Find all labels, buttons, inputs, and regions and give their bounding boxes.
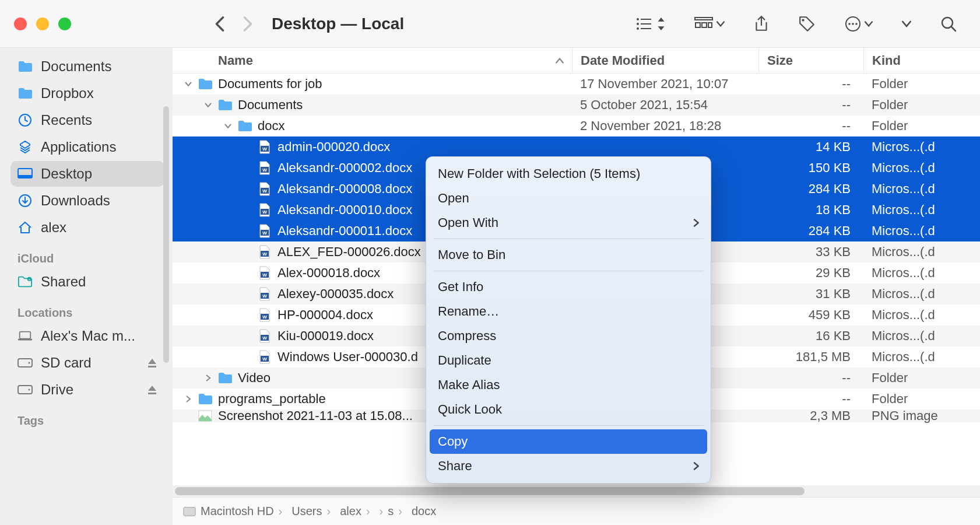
sidebar-scrollbar[interactable] [163, 54, 169, 519]
sidebar-item-label: Drive [41, 382, 73, 398]
context-menu-item-open-with[interactable]: Open With [426, 211, 711, 235]
file-kind: Micros...(.d [863, 160, 980, 176]
disclosure-right-icon[interactable] [204, 374, 212, 382]
disclosure-down-icon[interactable] [204, 102, 212, 108]
file-size: -- [758, 97, 863, 113]
path-segment[interactable]: Macintosh HD [201, 505, 274, 518]
sidebar-item-shared[interactable]: +Shared [10, 269, 164, 295]
svg-rect-1 [641, 19, 651, 20]
path-segment[interactable]: docx [412, 505, 436, 518]
file-size: 31 KB [758, 286, 863, 302]
sidebar-item-desktop[interactable]: Desktop [10, 161, 164, 187]
file-size: 14 KB [758, 139, 863, 155]
context-menu-item-compress[interactable]: Compress [426, 324, 711, 348]
context-menu-item-rename-[interactable]: Rename… [426, 299, 711, 324]
column-headers: Name Date Modified Size Kind [173, 48, 980, 74]
context-menu-label: Copy [438, 434, 468, 449]
eject-icon[interactable] [147, 358, 157, 368]
file-row[interactable]: docx2 November 2021, 18:28--Folder [173, 116, 980, 136]
file-kind: Micros...(.d [863, 181, 980, 197]
path-separator-icon: › [380, 505, 384, 518]
search-button[interactable] [940, 16, 957, 32]
context-menu-item-new-folder-with-selection-5-items-[interactable]: New Folder with Selection (5 Items) [426, 162, 711, 186]
svg-point-2 [637, 23, 639, 25]
svg-rect-5 [641, 28, 651, 29]
clock-icon [17, 113, 33, 127]
disclosure-down-icon[interactable] [184, 81, 192, 87]
sidebar-header-locations: Locations [10, 296, 164, 323]
svg-text:W: W [262, 188, 267, 194]
eject-icon[interactable] [147, 384, 157, 395]
svg-rect-9 [708, 23, 712, 27]
sidebar-item-label: Applications [41, 139, 116, 155]
file-size: 18 KB [758, 202, 863, 218]
column-kind[interactable]: Kind [863, 48, 980, 73]
sidebar-item-dropbox[interactable]: Dropbox [10, 80, 164, 106]
sidebar-item-label: Dropbox [41, 85, 94, 102]
sidebar-item-sd-card[interactable]: SD card [10, 350, 164, 376]
context-menu-item-open[interactable]: Open [426, 186, 711, 211]
path-separator-icon: › [398, 505, 402, 518]
path-bar: Macintosh HD›Users›alex››s›docx [173, 497, 980, 525]
file-date: 5 October 2021, 15:54 [572, 97, 758, 113]
context-menu-label: Rename… [438, 304, 499, 319]
context-menu-label: Make Alias [438, 377, 500, 393]
sidebar-item-documents[interactable]: Documents [10, 54, 164, 79]
back-button[interactable] [213, 18, 226, 30]
file-name: docx [258, 118, 284, 134]
context-menu-label: New Folder with Selection (5 Items) [438, 166, 640, 181]
column-date[interactable]: Date Modified [572, 48, 758, 73]
share-button[interactable] [754, 15, 769, 33]
sidebar-item-recents[interactable]: Recents [10, 107, 164, 133]
column-name[interactable]: Name [173, 53, 572, 68]
disclosure-right-icon[interactable] [184, 396, 192, 402]
sidebar-item-alex-s-mac-m-[interactable]: Alex's Mac m... [10, 323, 164, 349]
path-segment[interactable]: Users [291, 505, 322, 518]
minimize-icon[interactable] [36, 18, 49, 30]
path-segment[interactable]: alex [340, 505, 361, 518]
horizontal-scrollbar[interactable] [173, 485, 980, 497]
context-menu-item-share[interactable]: Share [426, 454, 711, 478]
group-by-button[interactable] [694, 17, 725, 31]
file-row[interactable]: Documents for job17 November 2021, 10:07… [173, 74, 980, 94]
view-list-button[interactable] [636, 17, 665, 31]
sidebar-item-drive[interactable]: Drive [10, 377, 164, 402]
nav-buttons [213, 18, 254, 30]
file-name-cell: Wadmin-000020.docx [173, 139, 572, 155]
path-separator-icon: › [279, 505, 283, 518]
docx-icon: W [257, 182, 273, 196]
context-menu-label: Compress [438, 328, 496, 344]
context-menu-item-duplicate[interactable]: Duplicate [426, 348, 711, 373]
more-actions-button[interactable] [845, 16, 873, 32]
tags-button[interactable] [798, 15, 816, 33]
file-name-cell: Documents for job [173, 76, 572, 92]
path-segment[interactable]: s [388, 505, 394, 518]
sidebar-item-alex[interactable]: alex [10, 215, 164, 240]
sidebar-item-downloads[interactable]: Downloads [10, 188, 164, 214]
context-menu-item-get-info[interactable]: Get Info [426, 275, 711, 299]
file-size: 459 KB [758, 307, 863, 323]
docx-icon: W [257, 161, 273, 175]
shared-folder-icon: + [17, 275, 33, 288]
context-menu-item-copy[interactable]: Copy [430, 429, 707, 454]
context-menu-item-move-to-bin[interactable]: Move to Bin [426, 243, 711, 267]
context-menu-item-make-alias[interactable]: Make Alias [426, 373, 711, 397]
context-menu-label: Open With [438, 215, 498, 230]
sidebar-item-applications[interactable]: Applications [10, 134, 164, 160]
svg-rect-3 [641, 23, 651, 24]
dropdown-button[interactable] [902, 20, 911, 27]
forward-button[interactable] [241, 18, 254, 30]
context-menu-item-quick-look[interactable]: Quick Look [426, 397, 711, 422]
docx-icon: W [257, 287, 273, 301]
file-row[interactable]: Wadmin-000020.docx14 KBMicros...(.d [173, 136, 980, 158]
image-icon [197, 409, 213, 423]
desktop-icon [17, 168, 33, 180]
zoom-icon[interactable] [58, 18, 71, 30]
path-separator-icon: › [327, 505, 331, 518]
file-row[interactable]: Documents5 October 2021, 15:54--Folder [173, 94, 980, 116]
column-size[interactable]: Size [758, 48, 863, 73]
file-kind: Micros...(.d [863, 244, 980, 260]
disclosure-down-icon[interactable] [224, 123, 232, 129]
svg-point-27 [29, 389, 30, 391]
close-icon[interactable] [14, 18, 27, 30]
